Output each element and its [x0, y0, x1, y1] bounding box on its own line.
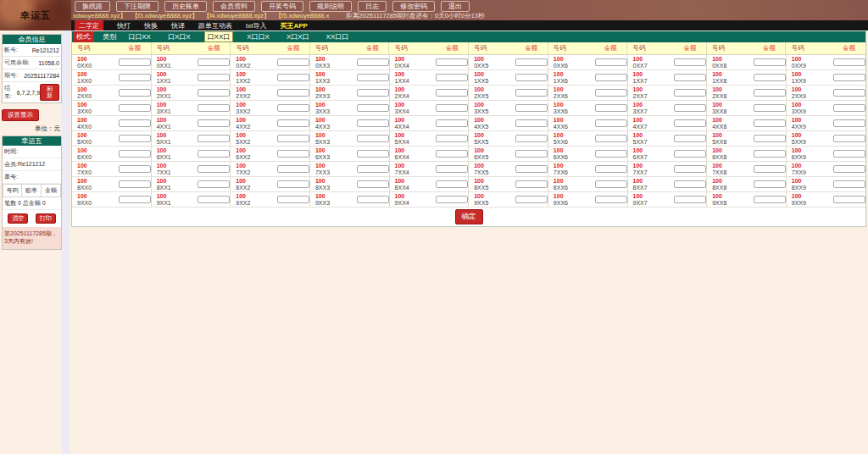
header-button[interactable]: 历史账单 — [164, 1, 207, 12]
header-button[interactable]: 开奖号码 — [261, 1, 303, 12]
bet-amount-input-3XX7[interactable] — [674, 104, 706, 112]
header-button[interactable]: 下注期限 — [116, 1, 159, 12]
bet-amount-input-5XX7[interactable] — [674, 135, 706, 142]
pattern-tab[interactable]: X口口X — [243, 31, 273, 42]
bet-amount-input-5XX1[interactable] — [198, 135, 230, 142]
category-label[interactable]: 类别 — [103, 32, 116, 42]
bet-amount-input-6XX3[interactable] — [357, 150, 389, 158]
bet-amount-input-2XX4[interactable] — [436, 89, 468, 97]
bet-amount-input-2XX3[interactable] — [357, 89, 389, 97]
header-button[interactable]: 规则说明 — [309, 1, 352, 12]
nav-item-买王APP[interactable]: 买王APP — [280, 21, 307, 30]
bet-amount-input-2XX2[interactable] — [277, 89, 309, 97]
header-button[interactable]: 修改密码 — [392, 1, 435, 12]
bet-amount-input-7XX8[interactable] — [754, 165, 786, 173]
bet-amount-input-0XX9[interactable] — [833, 58, 865, 66]
bet-amount-input-2XX6[interactable] — [595, 89, 627, 97]
pattern-tab[interactable]: 口XX口 — [204, 31, 234, 42]
pattern-tab[interactable]: 口X口X — [164, 31, 194, 42]
header-button[interactable]: 退出 — [441, 1, 470, 12]
bet-amount-input-6XX4[interactable] — [436, 150, 468, 158]
bet-amount-input-7XX5[interactable] — [515, 165, 548, 173]
bet-amount-input-2XX7[interactable] — [674, 89, 706, 97]
bet-amount-input-9XX4[interactable] — [436, 196, 468, 203]
header-button[interactable]: 日志 — [358, 1, 387, 12]
bet-amount-input-8XX8[interactable] — [754, 180, 786, 188]
bet-amount-input-8XX7[interactable] — [674, 180, 706, 188]
bet-amount-input-5XX6[interactable] — [595, 135, 627, 142]
bet-amount-input-3XX3[interactable] — [357, 104, 389, 112]
bet-amount-input-1XX5[interactable] — [515, 74, 548, 81]
bet-amount-input-9XX3[interactable] — [357, 196, 389, 203]
bet-amount-input-5XX0[interactable] — [119, 135, 151, 142]
bet-amount-input-5XX4[interactable] — [436, 135, 468, 142]
bet-amount-input-9XX6[interactable] — [595, 196, 627, 203]
bet-amount-input-3XX5[interactable] — [515, 104, 548, 112]
domain-link[interactable]: 【f5.xdwuye8888.x — [275, 12, 330, 20]
print-button[interactable]: 打印 — [36, 213, 56, 224]
bet-amount-input-5XX2[interactable] — [277, 135, 309, 142]
bet-amount-input-0XX3[interactable] — [357, 58, 389, 66]
bet-amount-input-1XX8[interactable] — [754, 74, 786, 81]
bet-amount-input-9XX0[interactable] — [119, 196, 151, 203]
bet-amount-input-2XX1[interactable] — [198, 89, 230, 97]
bet-amount-input-1XX3[interactable] — [357, 74, 389, 81]
bet-amount-input-6XX5[interactable] — [515, 150, 548, 158]
bet-amount-input-1XX7[interactable] — [674, 74, 706, 81]
bet-amount-input-6XX1[interactable] — [198, 150, 230, 158]
nav-item-二字定[interactable]: 二字定 — [75, 20, 103, 31]
refresh-button[interactable]: 刷新 — [40, 84, 59, 101]
bet-amount-input-1XX9[interactable] — [833, 74, 865, 81]
bet-amount-input-3XX1[interactable] — [198, 104, 230, 112]
bet-amount-input-7XX1[interactable] — [198, 165, 230, 173]
bet-amount-input-9XX8[interactable] — [754, 196, 786, 203]
bet-amount-input-9XX1[interactable] — [198, 196, 230, 203]
bet-amount-input-4XX7[interactable] — [674, 119, 706, 127]
bet-amount-input-0XX0[interactable] — [119, 58, 151, 66]
bet-amount-input-1XX0[interactable] — [119, 74, 151, 81]
bet-amount-input-7XX4[interactable] — [436, 165, 468, 173]
pattern-tab[interactable]: X口X口 — [283, 31, 313, 42]
bet-amount-input-1XX6[interactable] — [595, 74, 627, 81]
nav-item-跟单互动表[interactable]: 跟单互动表 — [198, 21, 232, 30]
bet-amount-input-2XX8[interactable] — [754, 89, 786, 97]
bet-amount-input-4XX9[interactable] — [833, 119, 865, 127]
bet-amount-input-7XX3[interactable] — [357, 165, 389, 173]
bet-amount-input-4XX8[interactable] — [754, 119, 786, 127]
bet-amount-input-2XX0[interactable] — [119, 89, 151, 97]
bet-amount-input-7XX7[interactable] — [674, 165, 706, 173]
nav-item-快打[interactable]: 快打 — [117, 21, 131, 30]
bet-amount-input-8XX6[interactable] — [595, 180, 627, 188]
display-settings-button[interactable]: 设置显示 — [2, 109, 39, 121]
bet-amount-input-5XX9[interactable] — [833, 135, 865, 142]
bet-amount-input-7XX2[interactable] — [277, 165, 309, 173]
bet-amount-input-4XX3[interactable] — [357, 119, 389, 127]
nav-item-快换[interactable]: 快换 — [144, 21, 158, 30]
bet-amount-input-9XX7[interactable] — [674, 196, 706, 203]
bet-amount-input-8XX3[interactable] — [357, 180, 389, 188]
bet-amount-input-0XX8[interactable] — [754, 58, 786, 66]
bet-amount-input-0XX7[interactable] — [674, 58, 706, 66]
bet-amount-input-4XX0[interactable] — [119, 119, 151, 127]
bet-amount-input-4XX2[interactable] — [277, 119, 309, 127]
header-button[interactable]: 会员资料 — [213, 1, 255, 12]
bet-amount-input-4XX1[interactable] — [198, 119, 230, 127]
clear-button[interactable]: 清空 — [8, 213, 28, 224]
nav-item-txt导入[interactable]: txt导入 — [246, 21, 266, 30]
bet-amount-input-4XX6[interactable] — [595, 119, 627, 127]
header-button[interactable]: 换线路 — [75, 1, 110, 12]
domain-link[interactable]: 【f4.xdwuye8888.xyz】 — [203, 12, 270, 20]
bet-amount-input-3XX4[interactable] — [436, 104, 468, 112]
bet-amount-input-8XX4[interactable] — [436, 180, 468, 188]
bet-amount-input-4XX5[interactable] — [515, 119, 548, 127]
bet-amount-input-3XX6[interactable] — [595, 104, 627, 112]
bet-amount-input-8XX0[interactable] — [119, 180, 151, 188]
bet-amount-input-1XX4[interactable] — [436, 74, 468, 81]
bet-amount-input-9XX5[interactable] — [515, 196, 548, 203]
domain-link[interactable]: 【f3.xdwuye8888.xyz】 — [131, 12, 198, 20]
bet-amount-input-9XX2[interactable] — [277, 196, 309, 203]
bet-amount-input-3XX8[interactable] — [754, 104, 786, 112]
confirm-bet-button[interactable]: 确定 — [455, 209, 483, 224]
nav-item-快译[interactable]: 快译 — [171, 21, 185, 30]
bet-amount-input-7XX0[interactable] — [119, 165, 151, 173]
